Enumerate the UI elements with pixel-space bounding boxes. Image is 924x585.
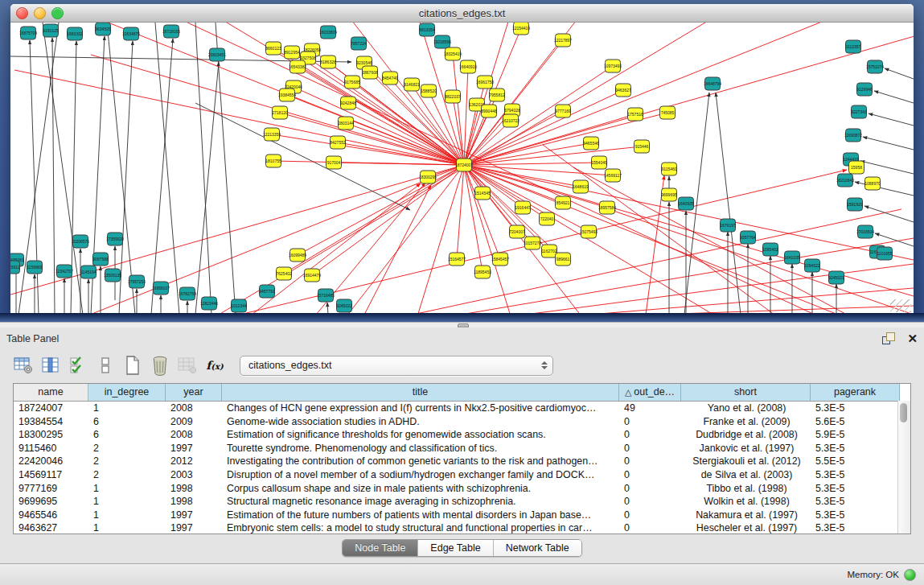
tab-node-table[interactable]: Node Table <box>343 540 418 556</box>
window-resize-grip-icon[interactable] <box>890 299 911 312</box>
table-cell[interactable]: 9465546 <box>14 509 88 522</box>
graph-node[interactable]: 9146821 <box>404 78 420 91</box>
table-cell[interactable]: 2008 <box>166 402 222 415</box>
graph-node[interactable]: 1156869 <box>27 261 42 274</box>
graph-node[interactable]: 15075493 <box>580 225 598 238</box>
graph-node[interactable]: 7625402 <box>276 267 292 280</box>
table-cell[interactable]: 5.3E-5 <box>811 468 900 482</box>
graph-node[interactable]: 12093872 <box>844 129 862 142</box>
graph-node[interactable]: 9245022 <box>336 299 352 312</box>
graph-node[interactable]: 16875709 <box>19 27 37 39</box>
graph-node[interactable]: 3915911 <box>10 261 20 274</box>
table-cell[interactable]: Embryonic stem cells: a model to study s… <box>222 521 619 534</box>
table-cell[interactable]: 6 <box>88 428 166 442</box>
graph-node[interactable]: 18325419 <box>444 47 462 60</box>
graph-node[interactable]: 9115460 <box>661 163 676 175</box>
graph-node[interactable]: 9463627 <box>615 84 631 97</box>
table-cell[interactable]: 0 <box>619 495 681 509</box>
graph-node[interactable]: 9129946 <box>856 83 873 96</box>
graph-node[interactable]: 13505135 <box>104 269 121 282</box>
table-cell[interactable]: 1998 <box>166 482 222 496</box>
graph-node[interactable]: 1683332 <box>67 27 83 40</box>
graph-node[interactable]: 1012344 <box>231 299 247 312</box>
table-cell[interactable]: 0 <box>619 442 681 455</box>
graph-node[interactable]: 9634505 <box>95 23 111 35</box>
table-row[interactable]: 969969511998Structural magnetic resonanc… <box>14 495 910 509</box>
graph-node[interactable]: 14569117 <box>604 169 622 182</box>
graph-node[interactable]: 9150125 <box>43 24 59 37</box>
graph-node[interactable]: 15958 <box>849 161 864 174</box>
memory-indicator-icon[interactable] <box>904 569 916 581</box>
table-cell[interactable]: 5.3E-5 <box>811 442 900 455</box>
table-cell[interactable]: Changes of HCN gene expression and I(f) … <box>222 402 619 415</box>
table-row[interactable]: 1456911722003Disruption of a novel membe… <box>14 468 910 482</box>
graph-node[interactable]: 10634875 <box>122 27 140 40</box>
table-cell[interactable]: 9463627 <box>14 521 88 534</box>
graph-node[interactable]: 8822037 <box>445 90 461 103</box>
graph-node[interactable]: 15164577 <box>448 253 466 266</box>
graph-node[interactable]: 19384554 <box>278 89 296 101</box>
table-cell[interactable]: 2008 <box>166 428 222 442</box>
graph-node[interactable]: 1088970 <box>864 177 881 190</box>
table-cell[interactable]: 0 <box>619 521 681 534</box>
table-cell[interactable]: 5.3E-5 <box>811 521 900 534</box>
tab-network-table[interactable]: Network Table <box>494 540 581 556</box>
graph-node[interactable]: 16782759 <box>179 287 196 300</box>
graph-node[interactable]: 19218596 <box>433 35 451 48</box>
graph-node[interactable]: 1916447 <box>515 201 531 214</box>
table-cell[interactable]: 2 <box>88 442 166 455</box>
table-cell[interactable]: Jankovic et al. (1997) <box>681 442 811 455</box>
graph-node[interactable]: 12823446 <box>200 297 218 310</box>
graph-node[interactable]: 1514545 <box>474 187 491 200</box>
graph-node[interactable]: 9465546 <box>583 137 599 150</box>
table-cell[interactable]: 6 <box>88 415 166 429</box>
graph-node[interactable]: 8813054 <box>419 23 435 36</box>
table-row[interactable]: 946554611997Estimation of the future num… <box>14 509 910 522</box>
graph-node[interactable]: 7955812 <box>489 89 505 101</box>
table-cell[interactable]: 0 <box>619 428 681 442</box>
graph-node[interactable]: 17359928 <box>106 233 124 245</box>
graph-node[interactable]: 9245021 <box>828 271 844 284</box>
graph-node[interactable]: 8990448 <box>481 105 497 117</box>
graph-node[interactable]: 8427552 <box>330 136 346 149</box>
graph-node[interactable]: 16033809 <box>319 26 337 39</box>
table-cell[interactable]: 1 <box>88 495 166 509</box>
table-cell[interactable]: 18300295 <box>14 428 88 442</box>
graph-node[interactable]: 16718165 <box>162 25 180 38</box>
column-header-pagerank[interactable]: pagerank <box>811 384 900 401</box>
graph-node[interactable]: 8454749 <box>382 72 398 84</box>
table-row[interactable]: 1830029562008Estimation of significance … <box>14 428 910 442</box>
graph-node[interactable]: 745085 <box>660 106 676 119</box>
graph-node[interactable]: 917004 <box>326 156 342 169</box>
graph-node[interactable]: 722040 <box>540 212 555 225</box>
table-cell[interactable]: 1 <box>88 509 166 522</box>
graph-node[interactable]: 1591929 <box>847 198 863 211</box>
graph-node[interactable]: 1588520 <box>421 84 437 97</box>
table-cell[interactable]: 49 <box>619 402 681 415</box>
graph-node[interactable]: 9097588 <box>92 253 109 266</box>
table-cell[interactable]: Dudbridge et al. (2008) <box>681 428 811 442</box>
table-cell[interactable]: 0 <box>619 468 681 482</box>
table-cell[interactable]: Structural magnetic resonance image aver… <box>222 495 619 509</box>
graph-node[interactable]: 1648619 <box>573 180 589 193</box>
graph-node[interactable]: 989661 <box>556 253 571 266</box>
graph-node[interactable]: 15751074 <box>866 60 884 73</box>
graph-node[interactable]: 9175685 <box>344 76 360 89</box>
table-cell[interactable]: Tibbo et al. (1998) <box>681 482 811 496</box>
graph-node[interactable]: 8660123 <box>265 42 281 55</box>
column-header-out_de[interactable]: △out_de… <box>619 384 681 401</box>
vertical-scrollbar[interactable] <box>897 401 910 534</box>
graph-node[interactable]: 9699695 <box>661 188 677 201</box>
graph-node[interactable]: 7204007 <box>509 225 525 238</box>
table-row[interactable]: 1938455462009Genome-wide association stu… <box>14 415 910 429</box>
graph-node[interactable]: 18724007 <box>455 159 473 171</box>
table-cell[interactable]: Yano et al. (2008) <box>681 402 811 415</box>
graph-node[interactable]: 1810755 <box>265 154 281 167</box>
table-cell[interactable]: 1 <box>88 521 166 534</box>
rows-icon[interactable] <box>93 354 117 377</box>
table-cell[interactable]: Disruption of a novel member of a sodium… <box>222 468 619 482</box>
table-cell[interactable]: 1998 <box>166 495 222 509</box>
graph-node[interactable]: 20603451 <box>208 48 226 61</box>
graph-node[interactable]: 1095402 <box>762 243 778 256</box>
table-cell[interactable]: 5.3E-5 <box>811 402 900 415</box>
